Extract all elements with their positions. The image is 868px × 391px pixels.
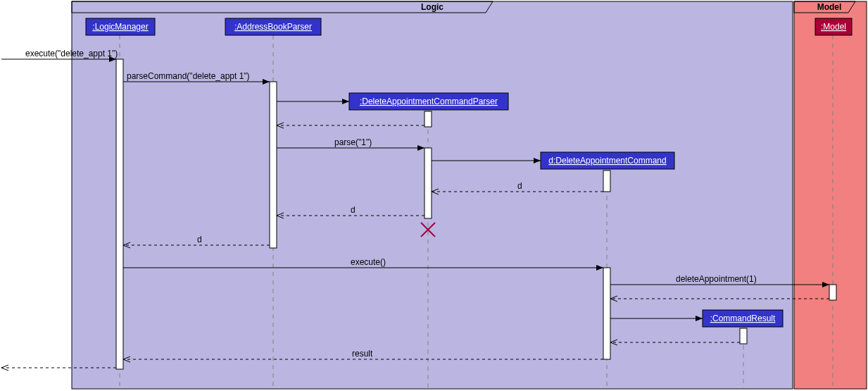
frame-logic <box>72 1 793 389</box>
frame-logic-title: Logic <box>421 2 444 12</box>
act-dacp-2 <box>424 148 432 218</box>
act-dacp-1 <box>424 111 432 127</box>
head-dac: d:DeleteAppointmentCommand <box>541 152 674 169</box>
act-model <box>829 285 836 300</box>
act-dac-new <box>603 170 610 192</box>
act-abp <box>270 82 277 248</box>
head-logic-manager: :LogicManager <box>86 18 155 35</box>
svg-text::DeleteAppointmentCommandParse: :DeleteAppointmentCommandParser <box>360 97 498 106</box>
svg-text:d:DeleteAppointmentCommand: d:DeleteAppointmentCommand <box>548 156 666 166</box>
head-abp: :AddressBookParser <box>225 18 321 35</box>
sequence-diagram: Logic Model :LogicManager :AddressBookPa… <box>0 0 868 391</box>
frame-model-title: Model <box>817 2 842 12</box>
lbl-d2: d <box>351 205 356 215</box>
head-dacp: :DeleteAppointmentCommandParser <box>349 93 508 110</box>
lbl-exec-in: execute("delete_appt 1") <box>25 49 118 58</box>
svg-text::CommandResult: :CommandResult <box>710 314 776 323</box>
lbl-parse: parse("1") <box>334 137 372 147</box>
head-cr: :CommandResult <box>703 310 783 327</box>
lbl-d1: d <box>517 181 522 191</box>
svg-text::Model: :Model <box>821 22 846 32</box>
frame-model <box>794 1 867 389</box>
lbl-result: result <box>352 349 373 359</box>
act-dac-exec <box>603 268 610 359</box>
lbl-parse-command: parseCommand("delete_appt 1") <box>127 71 250 81</box>
head-model: :Model <box>815 18 852 35</box>
act-cr <box>740 328 747 344</box>
svg-text::LogicManager: :LogicManager <box>92 22 148 32</box>
act-logic-manager <box>116 59 123 369</box>
lbl-execute: execute() <box>351 257 386 267</box>
lbl-delete-appt: deleteAppointment(1) <box>676 274 757 284</box>
svg-text::AddressBookParser: :AddressBookParser <box>234 22 312 32</box>
lbl-d3: d <box>197 235 202 244</box>
